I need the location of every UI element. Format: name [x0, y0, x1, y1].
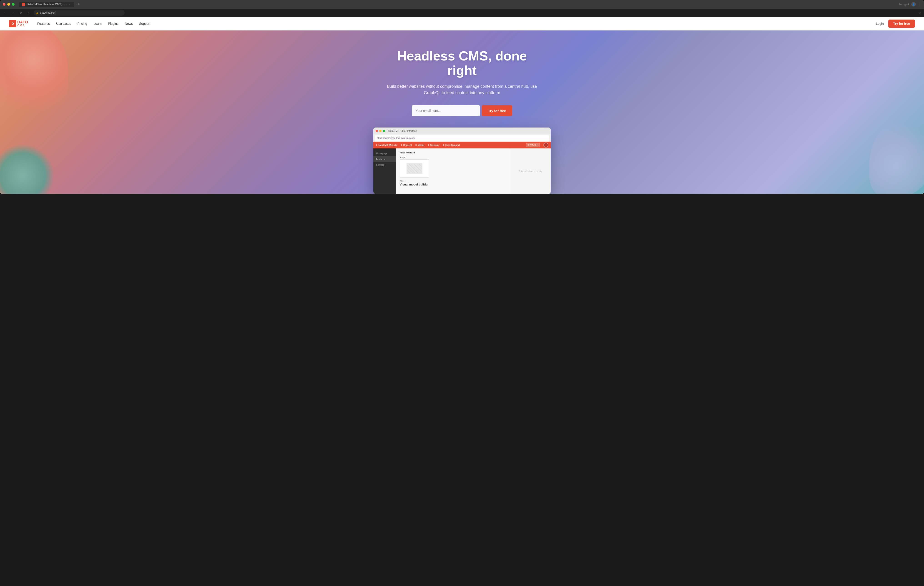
editor-sidebar: Homepage Features Settings — [373, 148, 396, 194]
editor-empty-state-text: This collection is empty — [519, 170, 542, 173]
editor-sidebar-features[interactable]: Features — [373, 156, 396, 162]
editor-nav-dot — [376, 144, 377, 146]
editor-nav-website[interactable]: DatoCMS Website — [376, 144, 397, 146]
editor-close-dot — [376, 130, 378, 132]
nav-link-support[interactable]: Support — [139, 22, 150, 25]
editor-body: Homepage Features Settings First Feature… — [373, 148, 551, 194]
logo-dato: DATO — [17, 20, 28, 24]
bookmark-icon[interactable]: ☆ — [918, 11, 921, 15]
address-bar[interactable]: 🔒 datocms.com — [34, 10, 125, 16]
browser-toolbar-right: ☆ — [918, 11, 921, 15]
editor-right-panel: This collection is empty — [510, 148, 551, 194]
editor-nav-content-label: Content — [403, 144, 412, 146]
nav-link-use-cases[interactable]: Use cases — [56, 22, 71, 25]
logo-cms: CMS — [17, 24, 28, 27]
editor-main-panel: First Feature Image* Title* Visual model… — [396, 148, 510, 194]
hero-subtitle: Build better websites without compromise… — [387, 83, 537, 96]
editor-title-field-value: Visual model builder — [400, 183, 506, 186]
editor-address-bar: https://myproject.admin.datocms.com/ — [375, 135, 549, 141]
traffic-light-close[interactable] — [3, 3, 5, 6]
editor-status-label: STATUS — [528, 144, 536, 146]
editor-title-field-label: Title* — [400, 180, 506, 182]
logo-icon: D — [9, 20, 16, 27]
browser-menu-icon[interactable]: ⋮ — [919, 3, 921, 6]
hero-section: Headless CMS, done right Build better we… — [0, 30, 924, 194]
editor-nav-content-dot — [401, 144, 402, 146]
editor-nav-website-label: DatoCMS Website — [378, 144, 397, 146]
tab-close-button[interactable]: × — [68, 3, 71, 6]
website-content: D DATO CMS Features Use cases Pricing Le… — [0, 17, 924, 194]
nav-link-news[interactable]: News — [125, 22, 133, 25]
editor-nav-docs-dot — [443, 144, 444, 146]
editor-nav-settings-dot — [428, 144, 429, 146]
editor-status-chevron: ▾ — [536, 144, 538, 146]
browser-titlebar-right: Incognito 👤 ⋮ — [899, 2, 921, 7]
editor-status-button[interactable]: STATUS ▾ — [526, 143, 540, 147]
incognito-badge: Incognito 👤 — [899, 2, 916, 7]
browser-window: D DatoCMS — Headless CMS, d... × + Incog… — [0, 0, 924, 194]
editor-nav-media-dot — [416, 144, 417, 146]
browser-tab-area: D DatoCMS — Headless CMS, d... × + — [19, 2, 81, 7]
refresh-button[interactable]: ↻ — [18, 10, 23, 15]
nav-link-learn[interactable]: Learn — [94, 22, 102, 25]
new-tab-button[interactable]: + — [76, 2, 81, 7]
site-nav: D DATO CMS Features Use cases Pricing Le… — [0, 17, 924, 30]
hero-cta-button[interactable]: Try for free — [482, 105, 512, 116]
ssl-lock-icon: 🔒 — [36, 12, 39, 14]
logo-text: DATO CMS — [17, 20, 28, 27]
browser-titlebar: D DatoCMS — Headless CMS, d... × + Incog… — [0, 0, 924, 9]
nav-try-free-button[interactable]: Try for free — [888, 20, 915, 28]
editor-section-header: First Feature — [400, 151, 506, 154]
editor-nav-settings-label: Settings — [430, 144, 439, 146]
hero-email-input[interactable] — [412, 105, 480, 116]
hero-title: Headless CMS, done right — [387, 49, 537, 78]
editor-window-title: DatoCMS Editor Interface — [388, 130, 417, 132]
nav-link-pricing[interactable]: Pricing — [77, 22, 87, 25]
login-link[interactable]: Login — [876, 22, 884, 25]
editor-nav-docs[interactable]: Docs/Support — [443, 144, 460, 146]
editor-nav-settings[interactable]: Settings — [428, 144, 439, 146]
url-display: datocms.com — [40, 11, 56, 14]
editor-user-avatar[interactable] — [543, 143, 548, 148]
editor-nav-content[interactable]: Content — [401, 144, 412, 146]
nav-links: Features Use cases Pricing Learn Plugins… — [37, 22, 876, 25]
editor-titlebar: DatoCMS Editor Interface — [373, 128, 551, 134]
editor-image-inner — [406, 163, 422, 174]
incognito-label: Incognito — [899, 3, 910, 6]
incognito-icon: 👤 — [911, 2, 916, 7]
browser-addressbar: ← → ↻ ⌂ 🔒 datocms.com ☆ — [0, 9, 924, 17]
editor-sidebar-settings[interactable]: Settings — [373, 162, 396, 168]
nav-link-features[interactable]: Features — [37, 22, 50, 25]
editor-preview-window: DatoCMS Editor Interface https://myproje… — [373, 128, 551, 194]
hero-blob-left — [0, 30, 68, 117]
tab-title: DatoCMS — Headless CMS, d... — [27, 3, 66, 6]
nav-actions: Login Try for free — [876, 20, 915, 28]
editor-fullscreen-dot — [383, 130, 385, 132]
editor-nav-media-label: Media — [417, 144, 424, 146]
nav-link-plugins[interactable]: Plugins — [108, 22, 119, 25]
editor-nav-media[interactable]: Media — [416, 144, 424, 146]
traffic-light-minimize[interactable] — [7, 3, 10, 6]
editor-image-placeholder[interactable] — [400, 159, 429, 178]
editor-sidebar-homepage[interactable]: Homepage — [373, 151, 396, 156]
back-button[interactable]: ← — [3, 10, 8, 15]
editor-nav-docs-label: Docs/Support — [445, 144, 460, 146]
tab-favicon: D — [22, 3, 25, 6]
editor-minimize-dot — [379, 130, 381, 132]
editor-navbar: DatoCMS Website Content Media Settings — [373, 142, 551, 148]
editor-url: https://myproject.admin.datocms.com/ — [377, 137, 415, 139]
hero-signup-form: Try for free — [387, 105, 537, 116]
home-button[interactable]: ⌂ — [26, 10, 31, 15]
editor-image-field-label: Image* — [400, 156, 506, 158]
nav-logo[interactable]: D DATO CMS — [9, 20, 28, 27]
traffic-light-fullscreen[interactable] — [12, 3, 15, 6]
forward-button[interactable]: → — [10, 10, 15, 15]
hero-content: Headless CMS, done right Build better we… — [383, 49, 541, 116]
browser-tab-active[interactable]: D DatoCMS — Headless CMS, d... × — [19, 2, 74, 7]
